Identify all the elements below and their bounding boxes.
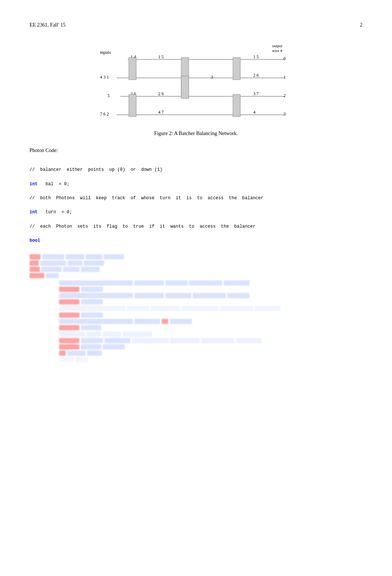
- svg-text:3: 3: [211, 75, 213, 80]
- page: EE 2361, Fall' 15 2 inputs output wire #: [0, 0, 392, 576]
- blurred-chunk-11: [46, 273, 59, 278]
- blurred-chunk-33: [170, 319, 192, 324]
- blurred-chunk-red-3: [30, 267, 40, 272]
- keyword-int-2: int: [30, 210, 38, 215]
- figure-caption: Figure 2: A Batcher Balancing Network.: [154, 131, 238, 137]
- svg-text:1: 1: [283, 75, 286, 80]
- photon-label: Photon Code:: [30, 148, 362, 154]
- blurred-chunk-47: [67, 351, 86, 356]
- network-diagram: inputs output wire # 1 4 1 5 3 2 6 2 6 5: [96, 39, 296, 124]
- code-bal: bal = 0;: [38, 182, 69, 187]
- comment-3: // each Photon sets its flag to true if …: [30, 224, 255, 229]
- blurred-chunk-red-1: [30, 254, 41, 259]
- blurred-chunk-4: [104, 254, 124, 259]
- blurred-chunk-40: [104, 338, 130, 343]
- blurred-chunk-31: [59, 319, 133, 324]
- blurred-chunk-red-7: [59, 313, 79, 318]
- header-title: EE 2361, Fall' 15: [30, 22, 65, 28]
- svg-text:7  6  2: 7 6 2: [100, 111, 109, 117]
- blurred-chunk-28: [220, 306, 253, 311]
- svg-rect-14: [129, 58, 136, 80]
- svg-text:2: 2: [283, 93, 286, 98]
- blurred-chunk-44: [236, 338, 262, 343]
- blurred-chunk-50: [75, 357, 88, 362]
- blurred-chunk-red-12: [59, 351, 66, 356]
- svg-text:3  7: 3 7: [253, 91, 259, 96]
- figure-container: inputs output wire # 1 4 1 5 3 2 6 2 6 5: [30, 39, 362, 137]
- blurred-chunk-red-11: [59, 344, 79, 349]
- blurred-chunk-10: [81, 267, 100, 272]
- output-label-2: wire #: [272, 48, 282, 53]
- blurred-chunk-32: [134, 319, 160, 324]
- blurred-chunk-39: [81, 338, 103, 343]
- inputs-label: inputs: [100, 50, 111, 55]
- svg-rect-17: [233, 58, 240, 80]
- blurred-chunk-5: [40, 261, 66, 266]
- blurred-chunk-24: [59, 306, 125, 311]
- comment-2: // both Photons will keep track of whose…: [30, 196, 264, 201]
- blurred-chunk-29: [255, 306, 281, 311]
- blurred-chunk-7: [84, 261, 104, 266]
- blurred-chunk-43: [201, 338, 234, 343]
- blurred-chunk-13: [134, 280, 164, 286]
- blurred-chunk-17: [81, 287, 103, 292]
- page-header: EE 2361, Fall' 15 2: [30, 22, 362, 28]
- comment-1: // balancer either points up (0) or down…: [30, 167, 162, 172]
- output-label-1: output: [272, 44, 282, 48]
- blurred-chunk-15: [189, 280, 222, 286]
- blurred-chunk-12: [59, 280, 133, 286]
- blurred-chunk-41: [132, 338, 169, 343]
- blurred-chunk-20: [165, 293, 191, 298]
- blurred-chunk-14: [165, 280, 188, 286]
- blurred-chunk-42: [170, 338, 200, 343]
- svg-rect-15: [129, 94, 136, 117]
- blurred-chunk-6: [68, 261, 82, 266]
- blurred-chunk-45: [81, 344, 101, 349]
- blurred-indent-block-2: [59, 313, 362, 330]
- blurred-chunk-2: [66, 254, 84, 259]
- blurred-chunk-red-8: [162, 319, 168, 324]
- code-turn: turn = 0;: [38, 210, 72, 215]
- blurred-chunk-25: [127, 306, 149, 311]
- keyword-bool: bool: [30, 238, 40, 243]
- svg-text:1  5: 1 5: [158, 54, 164, 59]
- photon-section: Photon Code: // balancer either points u…: [30, 148, 362, 362]
- blurred-chunk-49: [59, 357, 74, 362]
- blurred-chunk-22: [227, 293, 250, 298]
- blurred-section: [30, 254, 362, 362]
- blurred-chunk-46: [103, 344, 125, 349]
- code-block: // balancer either points up (0) or down…: [30, 159, 362, 251]
- svg-rect-28: [181, 76, 189, 98]
- keyword-int-1: int: [30, 182, 38, 187]
- blurred-chunk-35: [59, 332, 85, 337]
- svg-text:0: 0: [283, 56, 286, 61]
- blurred-chunk-34: [81, 325, 101, 330]
- blurred-indent-block-1: [59, 280, 362, 304]
- blurred-chunk-red-10: [59, 338, 79, 343]
- svg-text:2  6: 2 6: [253, 73, 259, 78]
- blurred-chunk-26: [151, 306, 180, 311]
- svg-text:3: 3: [283, 111, 286, 117]
- blurred-chunk-16: [224, 280, 250, 286]
- blurred-chunk-red-4: [30, 273, 44, 278]
- blurred-chunk-37: [103, 332, 121, 337]
- blurred-chunk-36: [86, 332, 101, 337]
- blurred-chunk-38: [123, 332, 152, 337]
- blurred-chunk-red-2: [30, 261, 39, 266]
- blurred-chunk-8: [41, 267, 62, 272]
- blurred-chunk-red-9: [59, 325, 79, 330]
- svg-text:5: 5: [107, 93, 110, 98]
- blurred-chunk-27: [182, 306, 219, 311]
- blurred-chunk-19: [134, 293, 164, 298]
- blurred-chunk-red-5: [59, 287, 79, 292]
- svg-rect-18: [233, 94, 240, 117]
- blurred-chunk-48: [87, 351, 102, 356]
- blurred-chunk-red-6: [59, 299, 79, 304]
- svg-text:1  5: 1 5: [253, 54, 259, 59]
- svg-text:4  3  1: 4 3 1: [100, 75, 109, 80]
- blurred-chunk-1: [42, 254, 64, 259]
- blurred-chunk-9: [63, 267, 80, 272]
- blurred-chunk-3: [86, 254, 102, 259]
- svg-text:4: 4: [253, 110, 255, 115]
- blurred-chunk-21: [193, 293, 226, 298]
